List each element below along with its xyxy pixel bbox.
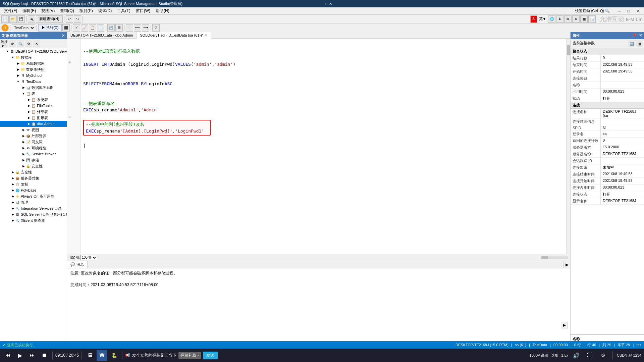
tree-item-server[interactable]: ▼ 🖥 DESKTOP-TF2168J (SQL Server 15.0: [0, 48, 67, 54]
quick-launch[interactable]: 快速启动 (Ctrl+Q) 🔍: [573, 8, 613, 14]
new-query-btn[interactable]: 新建查询(N): [36, 15, 63, 23]
save-btn[interactable]: 💾: [17, 15, 25, 23]
taskbar-icon-python[interactable]: 🐍: [109, 350, 119, 361]
close-btn[interactable]: ✕: [634, 8, 643, 14]
tree-item-storage[interactable]: ▶ 💾 存储: [0, 157, 67, 163]
tree-item-polybase[interactable]: ▶ 🌐 PolyBase: [0, 187, 67, 193]
tree-item-dbo-admin[interactable]: ▶ 📋 dbo.Admin: [0, 121, 67, 127]
redo-btn[interactable]: ↪: [74, 15, 81, 23]
prop-cat-sort[interactable]: ▦: [636, 40, 643, 47]
restore-btn[interactable]: □: [625, 8, 633, 14]
security-icon: 🔒: [15, 169, 20, 175]
menu-item-debug[interactable]: 调试(D): [96, 7, 115, 14]
fullscreen-icon[interactable]: ⛶: [584, 350, 595, 361]
tree-item-myschool[interactable]: ▶ 🗄 MySchool: [0, 72, 67, 79]
prop-pin-btn[interactable]: 📌: [632, 33, 637, 37]
settings-taskbar-icon[interactable]: ⚙: [598, 350, 608, 361]
tree-item-filetables[interactable]: ▶ 📋 FileTables: [0, 103, 67, 109]
open-btn[interactable]: 📂: [9, 15, 17, 23]
extra-btn3[interactable]: ⟵: [134, 24, 141, 32]
tree-item-integration-services[interactable]: ▶ 🔧 Integration Services 目录: [0, 205, 67, 211]
taskbar-play-btn[interactable]: ▶: [15, 350, 25, 361]
result-tab-messages[interactable]: 💬 消息: [67, 261, 88, 268]
gift-btn[interactable]: 弹幕礼仪 ›: [178, 352, 201, 359]
taskbar-stop-btn[interactable]: ⏹: [39, 350, 50, 361]
sql-editor[interactable]: --使用DML语言进行插入数据 INSERT INTO Admin (Login…: [80, 39, 566, 254]
connect-btn[interactable]: 🔌: [28, 15, 35, 23]
tree-item-databases[interactable]: ▼ 📁 数据库: [0, 54, 67, 60]
settings-icon[interactable]: ⚙: [572, 15, 580, 23]
tree-item-external-resources[interactable]: ▶ 📦 外部资源: [0, 133, 67, 139]
editor-vscrollbar[interactable]: [566, 39, 570, 254]
tree-item-synonyms[interactable]: ▶ 📝 同义词: [0, 139, 67, 145]
taskbar-icon-app1[interactable]: 🖥: [85, 350, 95, 361]
volume-icon[interactable]: 🔊: [571, 350, 582, 361]
tree-item-server-objects[interactable]: ▶ 📦 服务器对象: [0, 175, 67, 181]
menu-item-project[interactable]: 项目(P): [77, 7, 96, 14]
results-scroll-right[interactable]: ▶: [564, 261, 570, 268]
tree-item-external-tables[interactable]: ▶ 📋 外部表: [0, 109, 67, 115]
prop-close-btn[interactable]: ✕: [639, 33, 642, 37]
tree-item-testdata[interactable]: ▼ 🗄 TestData: [0, 79, 67, 85]
oe-close[interactable]: ✕: [62, 34, 65, 38]
include-actual-btn[interactable]: 📈: [81, 24, 88, 32]
tree-item-sql-agent[interactable]: ▶ 🖥 SQL Server 代理(已禁用代理 XP): [0, 211, 67, 217]
code-line-6: [83, 74, 564, 81]
tree-item-views[interactable]: ▶ 👁 视图: [0, 127, 67, 133]
tree-item-diagrams[interactable]: ▶ 📊 数据库关系图: [0, 85, 67, 91]
results-file-btn[interactable]: 📄: [97, 24, 104, 32]
lang-toggle[interactable]: 英▼: [538, 16, 548, 21]
tree-item-always-on[interactable]: ▶ ⚡ Always On 高可用性: [0, 193, 67, 199]
menu-item-help[interactable]: 帮助(H): [153, 7, 172, 14]
tree-item-programmability[interactable]: ▶ ⚙ 可编程性: [0, 145, 67, 151]
oe-filter-btn[interactable]: 🔍: [17, 40, 24, 47]
transactions-btn[interactable]: 🔄: [107, 24, 115, 32]
db-selector[interactable]: TestData: [12, 24, 35, 31]
hscrollbar[interactable]: [541, 256, 568, 259]
new-file-btn[interactable]: 📄: [1, 15, 9, 23]
tree-item-management[interactable]: ▶ 📊 管理: [0, 199, 67, 205]
tree-item-graph-tables[interactable]: ▶ 📋 图形表: [0, 115, 67, 121]
taskbar-prev-btn[interactable]: ⏮: [3, 350, 13, 361]
oe-close-btn[interactable]: ✕: [33, 40, 40, 47]
menu-item-edit[interactable]: 编辑(E): [20, 7, 39, 14]
extra-btn4[interactable]: ⟶: [142, 24, 149, 32]
taskbar-icon-w[interactable]: W: [97, 350, 107, 361]
prop-az-sort[interactable]: 🔤: [628, 40, 635, 47]
databases-label: 数据库: [20, 55, 32, 60]
oe-settings-btn[interactable]: ⚙: [25, 40, 32, 47]
oe-refresh-btn[interactable]: ⟳: [9, 40, 16, 47]
menu-item-file[interactable]: 文件(F): [1, 7, 20, 14]
tree-item-system-tables[interactable]: ▶ 📋 系统表: [0, 97, 67, 103]
tree-item-xevent[interactable]: ▶ 🔍 XEvent 探查器: [0, 217, 67, 223]
tab-sqlquery-close[interactable]: ✕: [205, 34, 207, 37]
tree-item-replication[interactable]: ▶ 📋 复制: [0, 181, 67, 187]
execute-btn[interactable]: ▶ 执行(X): [38, 24, 62, 32]
tree-item-system-dbs[interactable]: ▶ 📁 系统数据库: [0, 60, 67, 66]
results-btn[interactable]: 📋: [89, 24, 96, 32]
prop-desc-scroll-btn[interactable]: ▶: [561, 322, 568, 328]
send-btn[interactable]: 发送: [203, 352, 218, 359]
tree-item-security[interactable]: ▶ 🔒 安全性: [0, 169, 67, 175]
taskbar-next-btn[interactable]: ⏭: [27, 350, 38, 361]
menu-item-window[interactable]: 窗口(W): [133, 7, 153, 14]
tree-item-service-broker[interactable]: ▶ 🔧 Service Broker: [0, 151, 67, 157]
undo-btn[interactable]: ↩: [66, 15, 73, 23]
oe-connect-btn[interactable]: 连接▼: [1, 40, 8, 47]
menu-item-tools[interactable]: 工具(T): [114, 7, 133, 14]
menu-item-query[interactable]: 查询(Q): [57, 7, 76, 14]
extra-btn5[interactable]: ▽: [152, 24, 160, 32]
menu-item-view[interactable]: 视图(V): [39, 7, 57, 14]
extra-btn2[interactable]: ↔: [126, 24, 133, 32]
minimize-btn[interactable]: ─: [615, 8, 624, 14]
parse-btn[interactable]: ✓: [73, 24, 80, 32]
tab-admin[interactable]: DESKTOP-TF2168J...ata - dbo.Admin: [67, 32, 137, 38]
tab-sqlquery[interactable]: SQLQuery1.sql - D...estData (sa (61))* ✕: [137, 32, 211, 39]
avatar-btn[interactable]: 注: [1, 24, 9, 32]
tree-item-snapshots[interactable]: ▶ 📁 数据库快照: [0, 66, 67, 72]
tree-item-tables[interactable]: ▼ 📋 表: [0, 91, 67, 97]
extra-btn1[interactable]: ☰: [115, 24, 123, 32]
stop-btn[interactable]: ⬛: [62, 24, 70, 32]
tree-item-db-security[interactable]: ▶ 🔒 安全性: [0, 163, 67, 169]
zoom-select[interactable]: 100 %: [80, 255, 97, 260]
